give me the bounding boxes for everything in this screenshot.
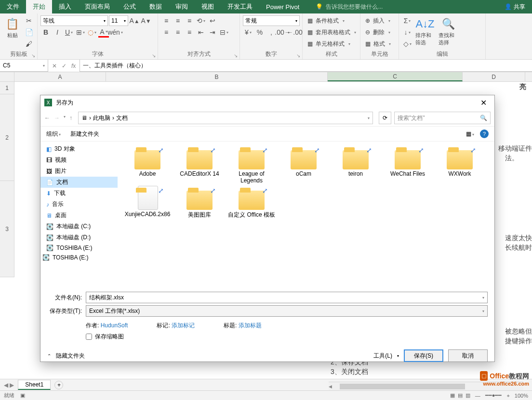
forward-button[interactable]: → [54,115,60,121]
folder-teiron[interactable]: ⤢teiron [330,145,382,186]
col-header-a[interactable]: A [14,72,106,81]
macro-record-icon[interactable]: ▣ [20,392,25,399]
cancel-formula-icon[interactable]: ✕ [52,63,57,69]
breadcrumb[interactable]: 🖥 › 此电脑 › 文档 ▾ [78,112,373,124]
nav-3d-objects[interactable]: ◧3D 对象 [40,143,118,155]
border-button[interactable]: ⊞ [75,27,86,38]
tab-data[interactable]: 数据 [143,0,169,13]
col-header-d[interactable]: D [463,72,525,81]
chevron-down-icon[interactable]: ▾ [368,116,370,120]
author-value[interactable]: HudunSoft [101,322,128,329]
align-middle-button[interactable]: ≡ [173,15,183,26]
sheet-nav-icon[interactable]: ◀ ▶ [4,382,14,388]
wrap-text-button[interactable]: ↩ [207,15,218,26]
filetype-select[interactable]: Excel 工作簿(*.xlsx)▾ [86,305,488,317]
sheet-tab-sheet1[interactable]: Sheet1 [18,380,51,390]
align-bottom-button[interactable]: ≡ [184,15,195,26]
number-launcher-icon[interactable]: ↘ [296,53,300,58]
nav-music[interactable]: ♪音乐 [40,199,118,210]
refresh-button[interactable]: ⟳ [379,112,391,124]
filename-input[interactable]: 结构框架.xlsx▾ [86,292,488,303]
insert-cells-button[interactable]: ⊕插入 [363,15,392,26]
folder-wechat[interactable]: ⤢WeChat Files [382,145,434,186]
nav-desktop[interactable]: 🖥桌面 [40,210,118,221]
align-right-button[interactable]: ≡ [184,27,195,38]
tab-developer[interactable]: 开发工具 [221,0,259,13]
recent-dropdown-icon[interactable]: ▾ [64,115,66,121]
organize-button[interactable]: 组织 [46,130,61,138]
tags-value[interactable]: 添加标记 [172,322,195,329]
bold-button[interactable]: B [40,27,51,38]
name-box[interactable]: C5▾ [0,60,48,72]
nav-toshiba-e[interactable]: 💽TOSHIBA (E:) [40,243,118,253]
number-format-select[interactable]: 常规▾ [243,15,300,26]
tab-review[interactable]: 审阅 [169,0,195,13]
decrease-font-button[interactable]: A▼ [141,15,151,26]
save-thumbnail-checkbox[interactable] [86,334,92,340]
folder-adobe[interactable]: ⤢Adobe [121,145,173,186]
tab-page-layout[interactable]: 页面布局 [78,0,117,13]
nav-downloads[interactable]: ⬇下载 [40,188,118,199]
tab-file[interactable]: 文件 [0,0,26,13]
back-button[interactable]: ← [44,115,50,121]
tell-me[interactable]: 💡 告诉我您想要做什么... [316,0,383,13]
font-name-select[interactable]: 等线▾ [40,15,108,26]
nav-pictures[interactable]: 🖼图片 [40,166,118,177]
italic-button[interactable]: I [52,27,63,38]
nav-disk-d[interactable]: 💽本地磁盘 (D:) [40,232,118,243]
align-left-button[interactable]: ≡ [161,27,172,38]
view-button[interactable]: ▦ [466,130,474,137]
title-meta-value[interactable]: 添加标题 [239,322,262,329]
autosum-button[interactable]: Σ [402,15,412,26]
close-button[interactable]: ✕ [477,98,491,107]
view-page-break-button[interactable]: ▥ [466,392,470,399]
select-all-corner[interactable] [0,72,14,81]
save-button[interactable]: 保存(S) [404,349,443,362]
nav-videos[interactable]: 🎞视频 [40,155,118,166]
currency-button[interactable]: ¥ [243,27,253,38]
align-top-button[interactable]: ≡ [161,15,172,26]
clipboard-launcher-icon[interactable]: ↘ [31,53,35,58]
chevron-down-icon[interactable]: ⌃ [47,353,51,359]
tools-dropdown-icon[interactable]: ▾ [397,354,399,358]
folder-wxwork[interactable]: ⤢WXWork [434,145,486,186]
format-as-table-button[interactable]: ▦套用表格格式 [306,27,358,38]
folder-lol[interactable]: ⤢League of Legends [226,145,278,186]
increase-indent-button[interactable]: ⇥ [207,27,218,38]
percent-button[interactable]: % [254,27,265,38]
nav-toshiba-e-2[interactable]: 💽TOSHIBA (E:) [40,253,118,262]
enter-formula-icon[interactable]: ✓ [62,63,66,69]
new-sheet-button[interactable]: + [54,381,63,389]
font-size-select[interactable]: 11▾ [109,15,128,26]
fill-color-button[interactable]: ◌ [87,27,97,38]
folder-meitu[interactable]: ⤢美图图库 [173,186,226,221]
font-launcher-icon[interactable]: ↘ [152,53,156,58]
paste-button[interactable]: 📋 粘贴 [3,15,22,40]
fill-button[interactable]: ↓ [402,27,412,38]
conditional-formatting-button[interactable]: ▦条件格式 [306,15,346,26]
align-center-button[interactable]: ≡ [173,27,183,38]
underline-button[interactable]: U [64,27,74,38]
tab-home[interactable]: 开始 [26,0,52,13]
merge-button[interactable]: ⊟ [219,27,229,38]
hide-folders-button[interactable]: 隐藏文件夹 [56,352,85,360]
cancel-button[interactable]: 取消 [448,349,488,362]
fx-icon[interactable]: fx [71,63,76,69]
help-icon[interactable]: ? [480,129,489,138]
zoom-slider[interactable]: ━━●━━ [485,392,502,399]
scroll-thumb[interactable] [340,384,465,389]
tab-formulas[interactable]: 公式 [117,0,143,13]
breadcrumb-item[interactable]: 此电脑 [93,114,110,122]
folder-xunjiecad[interactable]: ⤢XunjieCAD6.2x86 [121,186,173,221]
delete-cells-button[interactable]: ⊖删除 [363,27,392,38]
orientation-button[interactable]: ⟲ [196,15,206,26]
folder-office-template[interactable]: ⤢自定义 Office 模板 [226,186,278,221]
clear-button[interactable]: ◇ [402,39,412,49]
zoom-level[interactable]: 100% [515,393,528,399]
row-header-2[interactable]: 2 [0,94,14,181]
cut-button[interactable]: ✂ [24,15,34,26]
search-input[interactable]: 搜索"文档" 🔍 [394,112,491,124]
col-header-b[interactable]: B [106,72,328,81]
cell-styles-button[interactable]: ▦单元格样式 [306,39,352,49]
tab-insert[interactable]: 插入 [52,0,78,13]
